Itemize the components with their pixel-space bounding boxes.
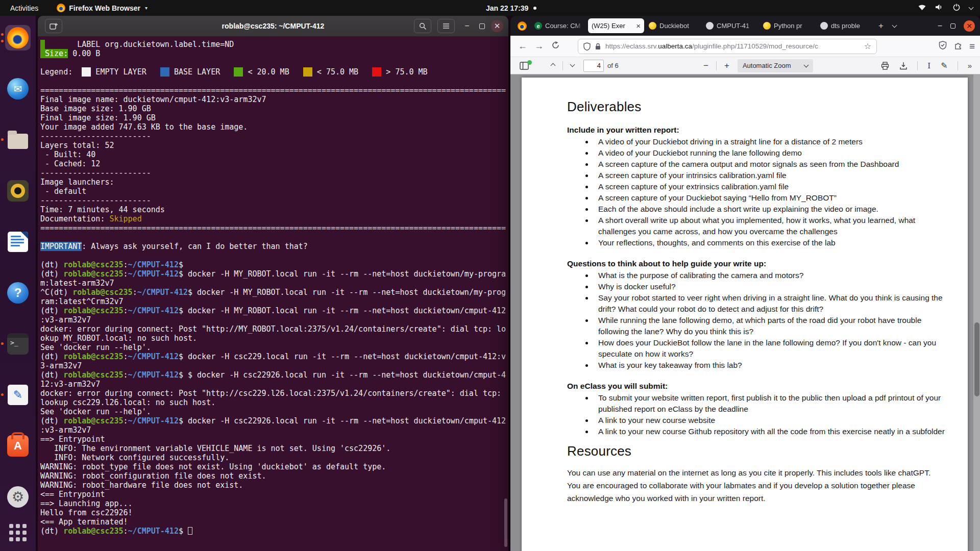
browser-tab-python[interactable]: Python pr — [760, 18, 816, 33]
tab-label: dts proble — [831, 22, 869, 30]
tab-close-icon[interactable]: × — [636, 21, 641, 30]
app-menu[interactable]: Firefox Web Browser ▾ — [57, 4, 148, 12]
browser-tab-cmput[interactable]: CMPUT-41 — [702, 18, 758, 33]
zoom-level-value: Automatic Zoom — [743, 62, 791, 69]
gear-icon: ⚙ — [7, 486, 29, 508]
forward-button[interactable]: → — [531, 41, 547, 52]
terminal-search-button[interactable] — [414, 19, 431, 33]
navigation-toolbar: ← → https://eclass.srv.ualberta.ca/plugi… — [510, 36, 980, 57]
app-menu-label: Firefox Web Browser — [69, 4, 140, 12]
terminal-line — [40, 251, 506, 260]
terminal-menu-button[interactable] — [437, 19, 455, 33]
next-page-button[interactable] — [567, 63, 578, 68]
dock-item-files[interactable] — [5, 127, 31, 153]
terminal-icon: >_ — [7, 333, 29, 355]
terminal-line: IMPORTANT: Always ask yourself, can I do… — [40, 242, 506, 251]
minimize-button[interactable]: − — [938, 21, 942, 31]
show-applications-button[interactable] — [5, 520, 31, 545]
terminal-scrollbar[interactable] — [503, 16, 507, 551]
help-icon: ? — [7, 282, 29, 304]
terminal-line: <== Entrypoint — [40, 490, 506, 499]
terminal-scrollbar-thumb[interactable] — [504, 498, 507, 547]
pdf-bullet-item: How does your DuckieBot follow the lane … — [567, 337, 952, 360]
dock-item-thunderbird[interactable]: ✉ — [5, 76, 31, 102]
terminal-line: - Built: 40 — [40, 150, 506, 159]
new-tab-button[interactable]: + — [874, 21, 888, 31]
reload-button[interactable] — [547, 41, 564, 52]
url-bar[interactable]: https://eclass.srv.ualberta.ca/pluginfil… — [578, 39, 877, 54]
browser-tab-duckiebot[interactable]: Duckiebot — [645, 18, 701, 33]
terminal-line: Your image added 747.63 KB to the base i… — [40, 122, 506, 132]
dock-item-text-editor[interactable]: ✎ — [5, 382, 31, 408]
browser-tab-dts[interactable]: dts proble — [817, 18, 873, 33]
terminal-line: ==> Entrypoint — [40, 435, 506, 444]
browser-tab-course[interactable]: eCourse: CM — [531, 18, 587, 33]
draw-pen-icon[interactable]: ✎ — [937, 61, 951, 70]
dock-item-libreoffice-writer[interactable] — [5, 229, 31, 255]
terminal-line: WARNING: robot_configuration file does n… — [40, 471, 506, 481]
dock-item-firefox[interactable] — [5, 25, 31, 51]
browser-tab-exercise[interactable]: (W25) Exer× — [588, 18, 644, 33]
volume-icon — [935, 4, 944, 12]
pdf-page: DeliverablesInclude in your written repo… — [522, 78, 968, 551]
terminal-line: 3-arm32v7 — [40, 361, 506, 370]
bookmark-star-icon[interactable]: ☆ — [864, 41, 871, 51]
terminal-output[interactable]: LABEL org.duckietown.label.time=ND Size:… — [38, 37, 508, 551]
dock-item-settings[interactable]: ⚙ — [5, 484, 31, 510]
system-tray[interactable] — [918, 0, 973, 16]
zoom-in-button[interactable]: + — [720, 61, 733, 71]
page-number-input[interactable] — [583, 60, 604, 72]
terminal-titlebar[interactable]: roblab@csc235: ~/CMPUT-412 − ✕ — [38, 16, 508, 37]
toolbar-more-chevrons-icon[interactable]: » — [964, 61, 976, 70]
list-all-tabs-button[interactable] — [888, 21, 901, 31]
minimize-button[interactable]: − — [461, 21, 473, 31]
pdf-bullet-item: To submit your website written report, f… — [567, 392, 952, 415]
activities-button[interactable]: Activities — [6, 3, 42, 13]
terminal-line: docker: error during connect: Post "http… — [40, 389, 506, 398]
maximize-button[interactable] — [950, 23, 955, 29]
pdf-bullet-item: Your reflections, thoughts, and comments… — [567, 237, 952, 248]
zoom-level-select[interactable]: Automatic Zoom — [738, 59, 813, 72]
sidebar-toggle-button[interactable] — [516, 62, 533, 70]
dock-item-terminal[interactable]: >_ — [5, 331, 31, 357]
pdf-bullet-item: Each of the above should include a short… — [567, 204, 952, 215]
text-selection-tool-icon[interactable]: I — [923, 61, 935, 70]
print-icon[interactable] — [877, 62, 893, 70]
terminal-line: LABEL org.duckietown.label.time=ND — [40, 40, 506, 49]
tab-label: Duckiebot — [659, 22, 698, 30]
zoom-out-button[interactable]: − — [699, 61, 713, 71]
dock-item-ubuntu-software[interactable]: A — [5, 433, 31, 459]
previous-page-button[interactable] — [547, 64, 559, 67]
dock-item-help[interactable]: ? — [5, 280, 31, 306]
close-button[interactable]: ✕ — [491, 20, 503, 32]
download-icon[interactable] — [895, 62, 912, 70]
terminal-line — [40, 58, 506, 67]
pdf-scrollbar-thumb[interactable] — [974, 322, 979, 396]
clock[interactable]: Jan 22 17:39 — [486, 0, 536, 16]
pdf-viewer[interactable]: DeliverablesInclude in your written repo… — [510, 74, 980, 551]
pdf-bullet-item: A video of your Duckiebot driving in a s… — [567, 136, 952, 147]
terminal-line: ^C(dt) roblab@csc235:~/CMPUT-412$ docker… — [40, 288, 506, 297]
terminal-line: INFO: Network configured successfully. — [40, 453, 506, 462]
terminal-line: okup MY_ROBOT.local: no such host. — [40, 334, 506, 343]
terminal-line — [40, 233, 506, 242]
tab-label: (W25) Exer — [592, 22, 635, 30]
pdf-toolbar: of 6 − + Automatic Zoom I ✎ » — [510, 57, 980, 74]
pdf-scrollbar[interactable] — [973, 74, 980, 551]
maximize-button[interactable] — [479, 23, 485, 29]
running-indicator — [1, 342, 4, 345]
terminal-line: ram:latest^Crm32v7 — [40, 297, 506, 306]
hamburger-menu-icon[interactable]: ≡ — [969, 41, 975, 52]
protections-shield-icon[interactable] — [939, 41, 947, 52]
tab-label: CMPUT-41 — [717, 22, 755, 30]
extensions-puzzle-icon[interactable] — [954, 41, 962, 52]
rhythmbox-icon — [7, 180, 29, 202]
terminal-line: ------------------------ — [40, 168, 506, 178]
back-button[interactable]: ← — [514, 41, 531, 52]
dock-item-rhythmbox[interactable] — [5, 178, 31, 204]
pdf-bullet-item: Say your robot started to veer right whe… — [567, 292, 952, 315]
close-button[interactable]: ✕ — [964, 20, 975, 32]
terminal-line: ------------------------ — [40, 196, 506, 205]
terminal-line: (dt) roblab@csc235:~/CMPUT-412$ docker -… — [40, 416, 506, 425]
github-favicon-icon — [820, 22, 828, 30]
